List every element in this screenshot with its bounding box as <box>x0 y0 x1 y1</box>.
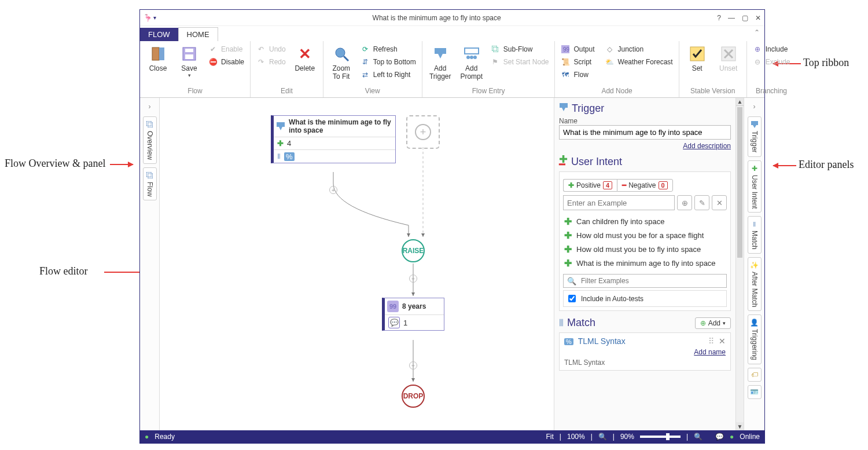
drag-handle-icon[interactable]: ⠿ <box>708 336 713 346</box>
save-dropdown-icon[interactable]: ▾ <box>188 72 191 78</box>
zoom-100[interactable]: 100% <box>567 433 585 441</box>
trigger-name-input[interactable] <box>559 125 731 140</box>
example-row[interactable]: ✚How old must you be to fly into space <box>563 243 727 257</box>
close-button[interactable]: ✕ <box>755 14 761 22</box>
refresh-button[interactable]: ⟳Refresh <box>358 43 418 55</box>
exclude-icon: ⊖ <box>753 57 762 67</box>
scroll-down-icon[interactable]: ▼ <box>736 422 744 430</box>
scroll-up-icon[interactable]: ▲ <box>736 98 744 106</box>
remove-match-button[interactable]: ✕ <box>719 336 726 346</box>
junction-button[interactable]: ◇Junction <box>603 43 675 55</box>
exclude-button[interactable]: ⊖Exclude <box>751 56 793 68</box>
top-to-bottom-button[interactable]: ⇵Top to Bottom <box>358 56 418 68</box>
match-tab[interactable]: ⫴Match <box>748 216 762 254</box>
ribbon-group-label: View <box>327 86 418 97</box>
plus-icon: ✚ <box>564 217 572 226</box>
save-icon <box>180 45 198 63</box>
user-intent-tab[interactable]: ✚User Intent <box>748 160 762 213</box>
add-prompt-button[interactable]: Add Prompt <box>457 43 486 81</box>
status-bar: ● Ready Fit | 100% | 🔍 | 90% | 🔍 💬 ● Onl… <box>140 430 764 443</box>
zoom-fit-label[interactable]: Fit <box>546 433 553 441</box>
include-button[interactable]: ⊕Include <box>751 43 793 55</box>
flow-tab[interactable]: ⿻ Flow <box>143 167 157 200</box>
chat-icon[interactable]: 💬 <box>715 433 724 441</box>
delete-example-button[interactable]: ✕ <box>712 195 727 210</box>
triggering-tab[interactable]: 👤Triggering <box>748 314 762 364</box>
trigger-icon <box>751 120 759 129</box>
match-icon: ⫴ <box>277 152 281 161</box>
svg-point-10 <box>466 56 470 59</box>
after-match-tab[interactable]: ✨After Match <box>748 257 762 311</box>
set-start-node-button[interactable]: ⚑Set Start Node <box>488 56 551 68</box>
help-button[interactable]: ? <box>717 14 721 22</box>
flow-editor-canvas[interactable]: What is the minimum age to fly into spac… <box>160 98 554 430</box>
sub-flow-button[interactable]: ⿻Sub-Flow <box>488 43 551 55</box>
titlebar: 🦩 ▾ What is the minimum age to fly into … <box>140 10 764 26</box>
percent-icon: % <box>284 152 295 161</box>
zoom-out-icon[interactable]: 🔍 <box>598 433 607 441</box>
app-window: 🦩 ▾ What is the minimum age to fly into … <box>139 9 765 444</box>
add-connector-icon[interactable]: + <box>409 275 417 283</box>
filter-examples-input[interactable] <box>580 276 723 286</box>
add-name-link[interactable]: Add name <box>564 348 726 356</box>
overview-tab[interactable]: ⿻ Overview <box>143 116 157 164</box>
example-input[interactable] <box>563 195 675 210</box>
add-description-link[interactable]: Add description <box>559 142 731 150</box>
expand-left-panel-icon[interactable]: › <box>146 100 153 113</box>
examples-list: ✚Can children fly into space✚How old mus… <box>563 215 727 270</box>
trigger-node[interactable]: What is the minimum age to fly into spac… <box>271 115 396 163</box>
maximize-button[interactable]: ▢ <box>742 14 748 22</box>
close-button[interactable]: Close <box>144 43 172 72</box>
left-to-right-button[interactable]: ⇄Left to Right <box>358 69 418 81</box>
include-autotests-checkbox[interactable]: Include in Auto-tests <box>563 290 727 307</box>
svg-rect-21 <box>560 103 568 108</box>
checkbox[interactable] <box>568 295 576 302</box>
tab-home[interactable]: HOME <box>178 27 218 41</box>
positive-tab[interactable]: ✚Positive 4 <box>563 179 617 192</box>
zoom-90[interactable]: 90% <box>620 433 634 441</box>
trigger-tab[interactable]: Trigger <box>748 116 762 157</box>
example-row[interactable]: ✚How old must you be for a space flight <box>563 229 727 243</box>
edit-example-button[interactable]: ✎ <box>694 195 709 210</box>
output-button[interactable]: 99Output <box>558 43 597 55</box>
add-example-button[interactable]: ⊕ <box>677 195 692 210</box>
zoom-in-icon[interactable]: 🔍 <box>694 433 703 441</box>
add-node-placeholder[interactable]: + <box>406 115 440 149</box>
add-match-button[interactable]: ⊕ Add ▾ <box>695 317 731 329</box>
zoom-to-fit-button[interactable]: Zoom To Fit <box>327 43 356 81</box>
drop-node[interactable]: DROP <box>402 385 425 408</box>
example-row[interactable]: ✚What is the minimum age to fly into spa… <box>563 257 727 270</box>
expand-right-panel-icon[interactable]: › <box>751 100 758 113</box>
zoom-slider[interactable] <box>640 436 681 438</box>
plus-icon: ✚ <box>564 231 572 240</box>
tag-tab[interactable]: 🏷 <box>748 368 762 382</box>
collapse-ribbon-icon[interactable]: ⌃ <box>754 28 760 36</box>
weather-button[interactable]: ⛅Weather Forecast <box>603 56 675 68</box>
unset-button[interactable]: Unset <box>714 43 743 72</box>
scrollbar[interactable]: ▲ ▼ <box>735 98 744 430</box>
flow-node-button[interactable]: 🗺Flow <box>558 69 597 81</box>
id-tab[interactable]: 🪪 <box>748 385 762 399</box>
disable-button[interactable]: ⛔Disable <box>206 56 247 68</box>
minimize-button[interactable]: — <box>728 14 735 22</box>
enable-button[interactable]: ✔Enable <box>206 43 247 55</box>
delete-button[interactable]: ✕ Delete <box>290 43 319 72</box>
example-row[interactable]: ✚Can children fly into space <box>563 215 727 229</box>
ribbon-group-flow-entry: Add Trigger Add Prompt ⿻Sub-Flow ⚑Set St… <box>422 41 556 97</box>
undo-button[interactable]: ↶Undo <box>254 43 288 55</box>
negative-tab[interactable]: ━Negative 0 <box>617 179 673 192</box>
raise-node[interactable]: RAISE <box>402 239 425 262</box>
add-connector-icon[interactable]: + <box>329 186 337 194</box>
scroll-thumb[interactable] <box>737 107 742 258</box>
ribbon-group-add-node: 99Output 📜Script 🗺Flow ◇Junction ⛅Weathe… <box>555 41 679 97</box>
add-trigger-button[interactable]: Add Trigger <box>426 43 455 81</box>
online-dot-icon: ● <box>730 433 734 441</box>
add-connector-icon[interactable]: + <box>409 361 417 369</box>
set-button[interactable]: Set <box>683 43 712 72</box>
redo-button[interactable]: ↷Redo <box>254 56 288 68</box>
tab-flow[interactable]: FLOW <box>140 28 178 41</box>
script-button[interactable]: 📜Script <box>558 56 597 68</box>
status-dot-icon: ● <box>145 433 149 441</box>
save-button[interactable]: Save ▾ <box>175 43 204 78</box>
output-node[interactable]: 99 8 years 💬 1 <box>382 298 444 331</box>
